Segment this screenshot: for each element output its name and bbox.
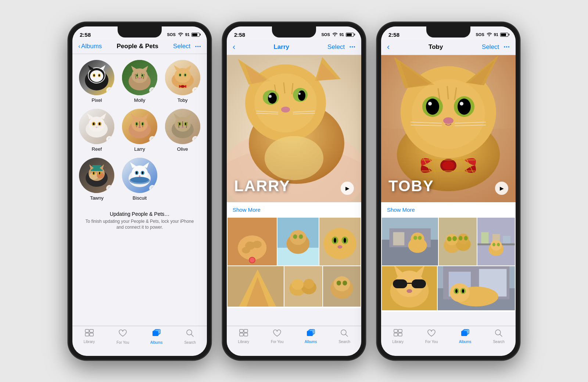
search-icon-2 (340, 329, 348, 339)
larry-thumb-6[interactable] (323, 266, 361, 307)
name-tawny: Tawny (90, 195, 104, 201)
play-button-larry[interactable]: ▶ (341, 182, 354, 195)
svg-point-29 (175, 68, 191, 83)
larry-thumb-3[interactable] (319, 218, 361, 265)
updating-notice: Updating People & Pets… To finish updati… (72, 207, 207, 235)
person-tawny[interactable]: ♡ Tawny (78, 158, 115, 201)
svg-point-38 (181, 85, 184, 88)
svg-rect-214 (393, 232, 405, 245)
larry-thumb-5[interactable] (284, 266, 322, 307)
tab-library-2[interactable]: Library (227, 329, 261, 344)
svg-point-26 (139, 78, 141, 79)
time-2: 2:58 (234, 32, 245, 38)
tab-search-1[interactable]: Search (173, 329, 207, 344)
person-olive[interactable]: ♡ Olive (164, 109, 201, 152)
svg-point-96 (130, 177, 149, 183)
svg-point-23 (141, 74, 143, 76)
svg-point-74 (179, 122, 180, 125)
tab-foryou-1[interactable]: For You (106, 329, 140, 344)
avatar-biscuit: ♡ (122, 158, 157, 193)
toby-thumb-5[interactable] (438, 266, 515, 310)
larry-photo-grid (227, 218, 361, 308)
svg-point-204 (442, 161, 454, 170)
person-larry[interactable]: ♡ Larry (121, 109, 158, 152)
time-3: 2:58 (388, 32, 399, 38)
avatar-larry: ♡ (122, 109, 157, 144)
svg-point-62 (142, 122, 143, 125)
tab-label-search-1: Search (184, 340, 196, 344)
tab-bar-3: Library For You Albums (381, 326, 516, 356)
more-button-3[interactable]: ··· (503, 43, 510, 51)
more-button-1[interactable]: ··· (195, 42, 201, 51)
svg-rect-241 (412, 279, 426, 288)
heart-olive: ♡ (192, 136, 199, 143)
toby-thumb-1[interactable] (382, 218, 438, 265)
status-icons-1: SOS 91 (167, 32, 200, 37)
larry-thumb-1[interactable] (227, 218, 277, 265)
svg-point-128 (298, 93, 301, 95)
svg-rect-174 (244, 333, 248, 336)
svg-point-192 (458, 99, 471, 115)
back-button-2[interactable]: ‹ (233, 42, 235, 52)
svg-point-226 (459, 236, 463, 240)
select-button-2[interactable]: Select (327, 43, 345, 51)
svg-rect-232 (503, 236, 510, 243)
person-toby[interactable]: ♡ Toby (164, 60, 201, 103)
svg-point-157 (337, 245, 342, 249)
larry-thumb-4[interactable] (227, 266, 284, 307)
person-molly[interactable]: ♡ Molly (121, 60, 158, 103)
svg-point-142 (242, 247, 250, 253)
tab-search-3[interactable]: Search (482, 329, 516, 344)
svg-point-149 (293, 234, 297, 239)
nav-actions-1: Select ··· (173, 42, 201, 51)
toby-thumb-3[interactable] (477, 218, 515, 265)
svg-point-78 (182, 126, 183, 128)
select-button-1[interactable]: Select (173, 43, 190, 50)
back-button-1[interactable]: ‹ Albums (78, 43, 102, 50)
svg-point-99 (136, 171, 137, 174)
person-pixel[interactable]: ♡ Pixel (78, 60, 115, 103)
toby-thumb-2[interactable] (439, 218, 476, 265)
tab-albums-3[interactable]: Albums (448, 329, 482, 344)
nav-bar-2: ‹ Larry Select ··· (227, 39, 361, 55)
tab-albums-1[interactable]: Albums (140, 329, 173, 344)
toby-show-more-section: Show More (381, 202, 516, 218)
battery-icon-2 (346, 33, 354, 37)
tab-library-3[interactable]: Library (381, 329, 415, 344)
sos-icon-3: SOS (476, 32, 484, 37)
toby-hero: TOBY ▶ (381, 55, 516, 202)
tab-search-2[interactable]: Search (328, 329, 362, 344)
toby-show-more[interactable]: Show More (387, 207, 415, 213)
larry-show-more[interactable]: Show More (233, 207, 261, 213)
battery-1: 91 (185, 32, 190, 37)
svg-point-22 (136, 74, 137, 76)
svg-rect-172 (244, 329, 248, 332)
tab-foryou-3[interactable]: For You (415, 329, 449, 344)
name-reef: Reef (92, 146, 102, 152)
person-reef[interactable]: ♡ Reef (78, 109, 115, 152)
tab-label-foryou-2: For You (271, 340, 283, 344)
svg-point-87 (99, 172, 100, 174)
svg-rect-257 (394, 329, 398, 332)
larry-thumb-2[interactable] (277, 218, 319, 265)
more-button-2[interactable]: ··· (349, 43, 355, 51)
select-button-3[interactable]: Select (482, 43, 499, 51)
phone-3: 2:58 SOS 91 ‹ Toby Select ··· (377, 22, 520, 360)
name-larry: Larry (134, 146, 145, 152)
back-button-3[interactable]: ‹ (387, 42, 390, 52)
svg-point-52 (96, 125, 102, 128)
tab-albums-2[interactable]: Albums (294, 329, 328, 344)
svg-point-127 (269, 95, 272, 98)
battery-icon-3 (500, 33, 508, 37)
foryou-icon-3 (427, 329, 436, 339)
tab-label-library-2: Library (238, 340, 249, 344)
avatar-toby: ♡ (165, 60, 200, 95)
svg-point-217 (413, 236, 417, 240)
nav-bar-3: ‹ Toby Select ··· (381, 39, 516, 55)
tab-library-1[interactable]: Library (72, 329, 106, 344)
toby-thumb-4[interactable] (382, 266, 437, 310)
heart-molly: ♡ (149, 87, 156, 94)
person-biscuit[interactable]: ♡ Biscuit (121, 158, 158, 201)
tab-foryou-2[interactable]: For You (261, 329, 294, 344)
play-button-toby[interactable]: ▶ (495, 182, 508, 195)
